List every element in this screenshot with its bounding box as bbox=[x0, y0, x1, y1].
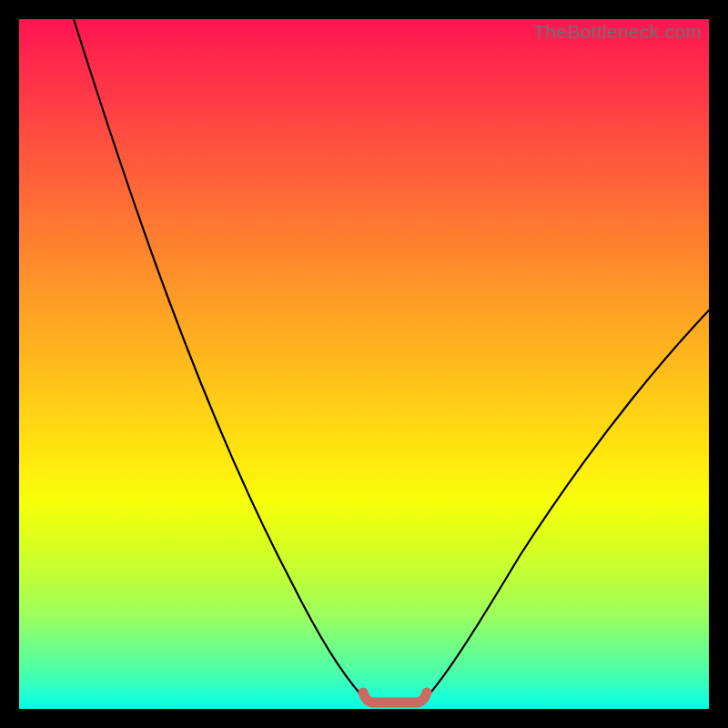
curve-layer bbox=[19, 19, 709, 709]
chart-frame: TheBottleneck.com bbox=[0, 0, 728, 728]
optimal-range-marker bbox=[363, 693, 427, 703]
plot-area: TheBottleneck.com bbox=[19, 19, 709, 709]
bottleneck-curve bbox=[74, 19, 709, 703]
